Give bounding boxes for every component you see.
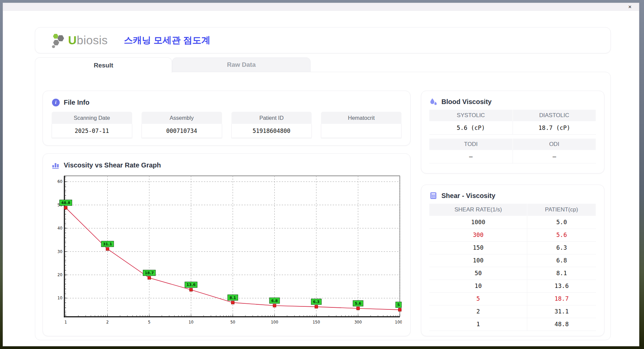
info-icon: i <box>52 99 60 106</box>
ubiosis-logo: Ubiosis <box>50 33 108 48</box>
table-header-row: SHEAR RATE(1/s)PATIENT(cp) <box>429 204 596 216</box>
shear-viscosity-table: SHEAR RATE(1/s)PATIENT(cp)10005.03005.61… <box>429 204 596 331</box>
tab-raw-data[interactable]: Raw Data <box>172 57 311 72</box>
field-label: Scanning Date <box>52 112 132 124</box>
tab-result[interactable]: Result <box>35 57 172 73</box>
blood-viscosity-table: TODIODI–– <box>429 139 596 163</box>
patient-viscosity-cell: 5.0 <box>527 216 596 229</box>
svg-text:300: 300 <box>355 320 362 325</box>
field-value: 000710734 <box>142 124 222 138</box>
file-info-title: i File Info <box>52 98 401 106</box>
svg-text:8.1: 8.1 <box>229 296 236 300</box>
table-row: 3005.6 <box>429 229 596 241</box>
file-info-card: i File Info Scanning Date2025-07-11Assem… <box>43 91 411 146</box>
column-header-shear-rate-1-s: SHEAR RATE(1/s) <box>429 204 527 216</box>
patient-viscosity-cell: 18.7 <box>527 292 596 305</box>
table-row: 1013.6 <box>429 280 596 292</box>
column-header-systolic: SYSTOLIC <box>429 110 513 121</box>
svg-text:60: 60 <box>57 179 62 184</box>
shear-rate-cell: 1 <box>429 318 527 331</box>
shear-rate-cell: 300 <box>429 229 527 241</box>
column-header-odi: ODI <box>513 139 596 150</box>
field-value: 51918604800 <box>231 124 312 138</box>
svg-text:100: 100 <box>271 320 278 325</box>
blood-viscosity-tables: SYSTOLICDIASTOLIC5.6 (cP)18.7 (cP)TODIOD… <box>429 110 596 163</box>
table-row: 518.7 <box>429 292 596 305</box>
field-label: Hematocrit <box>321 112 401 124</box>
patient-viscosity-cell: 6.8 <box>527 254 596 267</box>
table-row: 231.1 <box>429 305 596 318</box>
value-systolic: 5.6 (cP) <box>429 121 513 135</box>
svg-text:150: 150 <box>313 320 320 325</box>
patient-viscosity-cell: 31.1 <box>527 305 596 318</box>
table-row: 1006.8 <box>429 254 596 267</box>
calculator-icon <box>429 192 437 200</box>
shear-viscosity-title: Shear - Viscosity <box>429 192 596 200</box>
svg-text:5: 5 <box>397 303 400 307</box>
svg-text:30: 30 <box>57 249 62 254</box>
app-title-korean: 스캐닝 모세관 점도계 <box>124 34 210 46</box>
hexagon-logo-icon <box>50 33 65 48</box>
svg-text:2: 2 <box>106 320 109 325</box>
svg-text:31.1: 31.1 <box>103 242 112 246</box>
bar-chart-icon <box>52 161 60 169</box>
shear-rate-cell: 50 <box>429 267 527 280</box>
header-card: Ubiosis 스캐닝 모세관 점도계 <box>35 27 611 53</box>
graph-card: Viscosity vs Shear Rate Graph 1020304050… <box>43 153 411 336</box>
field-value <box>321 124 401 138</box>
svg-text:5.6: 5.6 <box>355 301 362 306</box>
shear-rate-cell: 150 <box>429 241 527 254</box>
column-header-diastolic: DIASTOLIC <box>513 110 596 121</box>
shear-rate-cell: 100 <box>429 254 527 267</box>
patient-viscosity-cell: 48.8 <box>527 318 596 331</box>
table-row: 148.8 <box>429 318 596 331</box>
water-drops-icon <box>429 98 437 106</box>
svg-text:48.8: 48.8 <box>61 201 70 205</box>
value-odi: – <box>513 150 596 163</box>
file-info-field-assembly: Assembly000710734 <box>142 112 222 138</box>
patient-viscosity-cell: 5.6 <box>527 229 596 241</box>
app-window: × Ubiosis 스캐닝 모세관 점도계 Result Raw Data i <box>3 3 639 346</box>
shear-viscosity-card: Shear - Viscosity SHEAR RATE(1/s)PATIENT… <box>421 185 604 336</box>
blood-viscosity-table: SYSTOLICDIASTOLIC5.6 (cP)18.7 (cP) <box>429 110 596 135</box>
field-value: 2025-07-11 <box>52 124 132 138</box>
svg-text:13.6: 13.6 <box>186 283 196 287</box>
table-row: 1506.3 <box>429 241 596 254</box>
svg-text:10: 10 <box>57 296 62 300</box>
graph-title: Viscosity vs Shear Rate Graph <box>52 161 401 169</box>
field-label: Assembly <box>142 112 222 124</box>
file-info-field-patient-id: Patient ID51918604800 <box>231 112 312 138</box>
shear-rate-cell: 10 <box>429 280 527 292</box>
file-info-fields: Scanning Date2025-07-11Assembly000710734… <box>52 112 401 138</box>
svg-text:6.8: 6.8 <box>271 299 278 303</box>
svg-text:40: 40 <box>57 226 62 231</box>
field-label: Patient ID <box>231 112 312 124</box>
value-todi: – <box>429 150 513 163</box>
patient-viscosity-cell: 6.3 <box>527 241 596 254</box>
result-panel: i File Info Scanning Date2025-07-11Assem… <box>35 72 611 340</box>
column-header-todi: TODI <box>429 139 513 150</box>
svg-text:50: 50 <box>230 320 235 325</box>
logo-text: Ubiosis <box>68 34 108 47</box>
blood-viscosity-card: Blood Viscosity SYSTOLICDIASTOLIC5.6 (cP… <box>421 91 604 173</box>
svg-text:20: 20 <box>57 272 62 277</box>
file-info-field-scanning-date: Scanning Date2025-07-11 <box>52 112 132 138</box>
svg-text:10: 10 <box>189 320 194 325</box>
svg-text:1: 1 <box>64 320 67 325</box>
table-row: 508.1 <box>429 267 596 280</box>
svg-text:18.7: 18.7 <box>145 271 154 275</box>
value-diastolic: 18.7 (cP) <box>513 121 596 135</box>
shear-rate-cell: 5 <box>429 292 527 305</box>
patient-viscosity-cell: 13.6 <box>527 280 596 292</box>
close-icon[interactable]: × <box>628 3 632 11</box>
viscosity-chart: 1020304050601251050100150300100048.831.1… <box>52 171 401 331</box>
patient-viscosity-cell: 8.1 <box>527 267 596 280</box>
svg-text:5: 5 <box>148 320 150 325</box>
window-titlebar: × <box>3 3 639 11</box>
column-header-patient-cp: PATIENT(cp) <box>527 204 596 216</box>
svg-text:1000: 1000 <box>395 320 402 325</box>
table-row: 10005.0 <box>429 216 596 229</box>
svg-text:6.3: 6.3 <box>313 300 320 304</box>
blood-viscosity-title: Blood Viscosity <box>429 98 596 106</box>
file-info-field-hematocrit: Hematocrit <box>321 112 401 138</box>
